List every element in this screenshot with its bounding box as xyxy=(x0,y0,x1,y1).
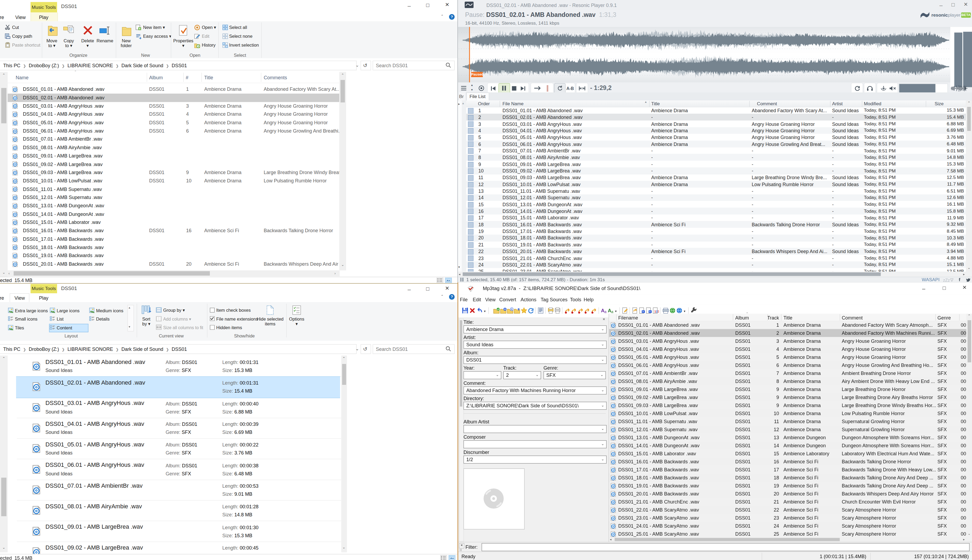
svg-text:A: A xyxy=(608,308,611,313)
svg-text:a: a xyxy=(604,310,606,314)
svg-text:a: a xyxy=(611,310,613,314)
svg-text:A: A xyxy=(601,308,605,313)
svg-text:123: 123 xyxy=(655,310,659,313)
